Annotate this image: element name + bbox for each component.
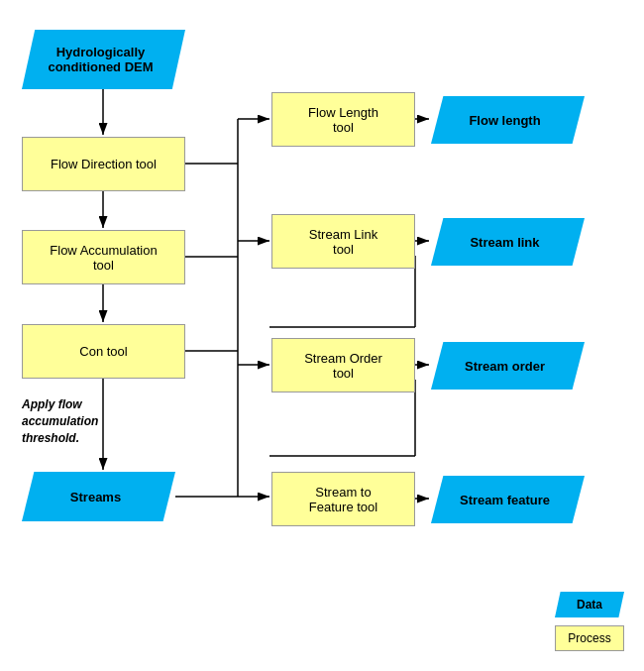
diagram-container: Hydrologically conditioned DEM Streams F… [0,0,644,671]
flow-accumulation-tool-node: Flow Accumulation tool [22,230,185,284]
legend-process-item: Process [555,625,624,651]
legend-data-item: Data [555,592,624,617]
stream-order-output-node: Stream order [431,342,585,390]
legend-process-shape: Process [555,625,624,651]
flow-length-tool-node: Flow Length tool [271,92,415,147]
legend: Data Process [555,592,624,651]
streams-node: Streams [22,472,175,521]
stream-link-output-node: Stream link [431,218,585,266]
legend-data-shape: Data [555,592,624,617]
stream-feature-tool-node: Stream to Feature tool [271,472,415,526]
stream-link-tool-node: Stream Link tool [271,214,415,269]
stream-order-tool-node: Stream Order tool [271,338,415,392]
hydro-dem-node: Hydrologically conditioned DEM [22,30,185,89]
annotation-text: Apply flow accumulation threshold. [22,396,98,446]
flow-direction-tool-node: Flow Direction tool [22,137,185,191]
flow-length-output-node: Flow length [431,96,585,144]
con-tool-node: Con tool [22,324,185,379]
stream-feature-output-node: Stream feature [431,476,585,523]
